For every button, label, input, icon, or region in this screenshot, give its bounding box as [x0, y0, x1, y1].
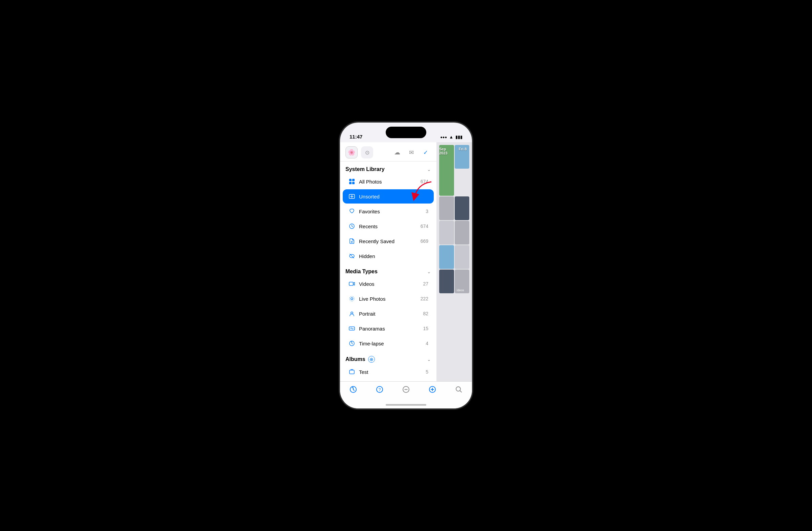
status-icons: ●●● ▲ ▮▮▮ — [440, 135, 463, 140]
recents-icon — [348, 223, 356, 230]
all-photos-count: 674 — [421, 179, 428, 184]
svg-point-10 — [351, 312, 353, 314]
favorites-count: 3 — [426, 209, 428, 214]
all-photos-label: All Photos — [359, 179, 421, 184]
check-button[interactable]: ✓ — [420, 147, 431, 158]
bg-photo-cell — [439, 269, 454, 293]
tab-item-3[interactable] — [428, 385, 437, 394]
live-photos-count: 222 — [421, 296, 428, 302]
inbox-button[interactable]: ✉ — [406, 147, 417, 158]
live-photos-label: Live Photos — [359, 296, 421, 302]
menu-item-hidden[interactable]: Hidden — [343, 249, 434, 263]
albums-add-icon[interactable]: ⊕ — [368, 356, 375, 363]
menu-item-recently-saved[interactable]: Recently Saved 669 — [343, 234, 434, 248]
dynamic-island — [386, 127, 426, 138]
photos-flower-icon: 🌸 — [348, 149, 355, 156]
menu-item-timelapse[interactable]: Time-lapse 4 — [343, 336, 434, 350]
menu-item-all-photos[interactable]: All Photos 674 — [343, 174, 434, 188]
albums-title: Albums — [345, 356, 365, 362]
menu-item-panoramas[interactable]: Panoramas 15 — [343, 321, 434, 336]
bg-photo-cell — [439, 245, 454, 269]
portrait-count: 82 — [423, 311, 428, 316]
sidebar-panel: 🌸 ⊙ ☁ ✉ ✓ System Library ⌄ — [340, 142, 436, 381]
timelapse-count: 4 — [426, 341, 428, 346]
hidden-label: Hidden — [359, 253, 428, 259]
svg-point-8 — [351, 298, 353, 300]
tab-icon-0 — [349, 385, 358, 394]
menu-item-portrait[interactable]: Portrait 82 — [343, 306, 434, 321]
system-library-header: System Library ⌄ — [340, 162, 436, 174]
tab-item-2[interactable] — [402, 385, 410, 394]
all-photos-icon — [348, 178, 356, 185]
phone-device: 11:47 ●●● ▲ ▮▮▮ Sep 2023 Fri 8 — [340, 123, 472, 408]
tab-item-1[interactable]: ? — [375, 385, 384, 394]
phone-screen: 11:47 ●●● ▲ ▮▮▮ Sep 2023 Fri 8 — [340, 123, 472, 408]
system-library-chevron[interactable]: ⌄ — [427, 167, 431, 172]
tab-icon-3 — [428, 385, 437, 394]
svg-point-23 — [407, 389, 408, 390]
menu-item-favorites[interactable]: Favorites 3 — [343, 204, 434, 219]
bg-photo-cell — [439, 221, 454, 244]
test-album-count: 5 — [426, 369, 428, 375]
svg-rect-13 — [349, 370, 354, 374]
menu-item-videos[interactable]: Videos 27 — [343, 277, 434, 291]
hidden-icon — [348, 252, 356, 260]
toolbar: 🌸 ⊙ ☁ ✉ ✓ — [340, 142, 436, 162]
svg-rect-7 — [349, 282, 353, 285]
menu-item-test-album[interactable]: Test 5 — [343, 365, 434, 379]
ring-tab-button[interactable]: ⊙ — [361, 146, 373, 158]
panoramas-icon — [348, 325, 356, 332]
status-time: 11:47 — [349, 134, 362, 140]
portrait-label: Portrait — [359, 311, 423, 317]
tab-icon-1: ? — [375, 385, 384, 394]
panoramas-label: Panoramas — [359, 326, 423, 332]
home-indicator — [386, 404, 426, 406]
shared-button[interactable]: ☁ — [392, 147, 403, 158]
bg-photo-cell — [455, 196, 469, 220]
test-album-icon — [348, 368, 356, 376]
bg-photo-cell — [439, 196, 454, 220]
background-photos: Sep 2023 Fri 8 ídeos — [436, 142, 472, 381]
media-types-title: Media Types — [345, 268, 378, 275]
menu-item-live-photos[interactable]: Live Photos 222 — [343, 292, 434, 306]
unsorted-label: Unsorted — [359, 194, 428, 199]
battery-icon: ▮▮▮ — [455, 135, 463, 140]
svg-rect-3 — [352, 182, 354, 184]
tab-item-0[interactable] — [349, 385, 358, 394]
videos-label: Videos — [359, 281, 423, 287]
tab-icon-2 — [402, 385, 410, 394]
wifi-icon: ▲ — [449, 135, 453, 140]
recents-label: Recents — [359, 224, 421, 229]
bg-photo-cell — [455, 221, 469, 244]
live-photos-icon — [348, 295, 356, 303]
bg-photo-cell: Sep 2023 — [439, 145, 454, 196]
svg-point-9 — [349, 296, 354, 301]
menu-item-unsorted[interactable]: Unsorted — [343, 189, 434, 204]
bg-photo-cell: Fri 8 — [455, 145, 469, 169]
menu-item-recents[interactable]: Recents 674 — [343, 219, 434, 233]
timelapse-label: Time-lapse — [359, 341, 426, 347]
cloud-icon: ☁ — [394, 149, 400, 156]
svg-rect-2 — [349, 182, 351, 184]
svg-rect-0 — [349, 179, 351, 181]
svg-point-21 — [405, 389, 406, 390]
portrait-icon — [348, 310, 356, 317]
media-types-chevron[interactable]: ⌄ — [427, 269, 431, 274]
recently-saved-label: Recently Saved — [359, 238, 421, 244]
timelapse-icon — [348, 340, 356, 347]
videos-count: 27 — [423, 281, 428, 287]
panoramas-count: 15 — [423, 326, 428, 331]
recently-saved-count: 669 — [421, 238, 428, 244]
photos-tab-button[interactable]: 🌸 — [345, 146, 358, 158]
recents-count: 674 — [421, 224, 428, 229]
system-library-title: System Library — [345, 166, 385, 172]
albums-chevron[interactable]: ⌄ — [427, 357, 431, 362]
albums-header: Albums ⊕ ⌄ — [340, 351, 436, 365]
svg-rect-1 — [352, 179, 354, 181]
media-types-header: Media Types ⌄ — [340, 264, 436, 277]
inbox-icon: ✉ — [409, 149, 414, 156]
search-tab-icon — [454, 385, 463, 394]
videos-icon — [348, 280, 356, 288]
check-icon: ✓ — [423, 149, 428, 156]
tab-item-search[interactable] — [454, 385, 463, 394]
